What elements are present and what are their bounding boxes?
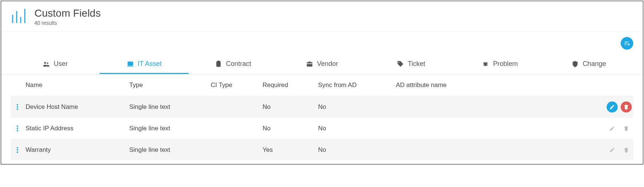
clipboard-icon	[215, 60, 222, 68]
cell-sync: No	[318, 125, 396, 132]
cell-type: Single line text	[129, 103, 211, 111]
cell-type: Single line text	[129, 146, 211, 154]
row-actions	[596, 123, 633, 134]
drag-handle-icon[interactable]	[11, 104, 26, 110]
svg-point-25	[17, 151, 18, 153]
header: Custom Fields 40 results	[1, 1, 643, 32]
table-row: Device Host NameSingle line textNoNo	[11, 96, 633, 117]
tab-vendor[interactable]: Vendor	[277, 56, 366, 74]
cell-sync: No	[318, 103, 396, 111]
tab-problem[interactable]: Problem	[456, 56, 544, 74]
drag-handle-icon[interactable]	[11, 147, 26, 153]
svg-point-18	[17, 106, 18, 108]
bar-chart-icon	[11, 8, 28, 26]
tab-label: Ticket	[408, 60, 425, 68]
laptop-icon	[127, 60, 134, 68]
table-header: Name Type CI Type Required Sync from AD …	[11, 74, 633, 96]
svg-point-22	[17, 130, 18, 131]
svg-point-23	[17, 147, 18, 148]
delete-button[interactable]	[621, 101, 632, 113]
delete-button[interactable]	[621, 123, 632, 134]
tab-label: User	[54, 60, 68, 68]
tab-label: Vendor	[317, 60, 338, 68]
header-text: Custom Fields 40 results	[34, 8, 101, 26]
tab-label: Change	[583, 60, 606, 68]
svg-point-24	[17, 149, 18, 151]
cell-type: Single line text	[129, 125, 211, 132]
drag-handle-icon[interactable]	[11, 125, 26, 132]
table-body: Device Host NameSingle line textNoNoStat…	[11, 96, 633, 160]
bug-icon	[482, 60, 489, 68]
tab-label: IT Asset	[138, 60, 162, 68]
svg-point-21	[17, 128, 18, 129]
svg-point-20	[17, 126, 18, 127]
svg-rect-14	[218, 61, 220, 62]
tab-contract[interactable]: Contract	[188, 56, 277, 74]
people-icon	[43, 60, 50, 68]
svg-point-9	[44, 62, 46, 64]
tabs: UserIT AssetContractVendorTicketProblemC…	[1, 56, 643, 74]
table: Name Type CI Type Required Sync from AD …	[1, 74, 643, 164]
svg-point-19	[17, 108, 18, 110]
col-required: Required	[263, 81, 318, 89]
row-actions	[596, 101, 633, 113]
table-row: Static IP AddressSingle line textNoNo	[11, 117, 633, 139]
filter-add-button[interactable]	[621, 37, 633, 50]
tag-icon	[397, 60, 404, 68]
custom-fields-panel: Custom Fields 40 results UserIT AssetCon…	[1, 1, 643, 164]
tab-ticket[interactable]: Ticket	[367, 56, 456, 74]
col-name: Name	[26, 81, 129, 89]
cell-required: No	[263, 103, 318, 111]
tab-label: Contract	[226, 60, 251, 68]
cell-name: Static IP Address	[26, 125, 129, 132]
row-actions	[596, 144, 633, 156]
delete-button[interactable]	[621, 144, 632, 156]
page-title: Custom Fields	[34, 8, 101, 19]
tab-it-asset[interactable]: IT Asset	[100, 56, 188, 74]
results-count: 40 results	[34, 20, 101, 26]
table-row: WarrantySingle line textYesNo	[11, 139, 633, 160]
briefcase-icon	[306, 60, 313, 68]
col-adattr: AD attribute name	[396, 81, 596, 89]
edit-button[interactable]	[607, 123, 618, 134]
cell-required: Yes	[263, 146, 318, 154]
svg-point-10	[47, 62, 48, 64]
cell-name: Warranty	[26, 146, 129, 154]
cell-required: No	[263, 125, 318, 132]
svg-rect-11	[128, 62, 133, 65]
col-type: Type	[129, 81, 211, 89]
tab-label: Problem	[493, 60, 518, 68]
shield-icon	[571, 60, 579, 68]
cell-name: Device Host Name	[26, 103, 129, 111]
col-sync: Sync from AD	[318, 81, 396, 89]
tab-user[interactable]: User	[11, 56, 100, 74]
svg-point-17	[17, 104, 18, 106]
edit-button[interactable]	[607, 144, 618, 156]
col-citype: CI Type	[211, 81, 263, 89]
edit-button[interactable]	[607, 101, 618, 113]
tab-change[interactable]: Change	[544, 56, 633, 74]
cell-sync: No	[318, 146, 396, 154]
